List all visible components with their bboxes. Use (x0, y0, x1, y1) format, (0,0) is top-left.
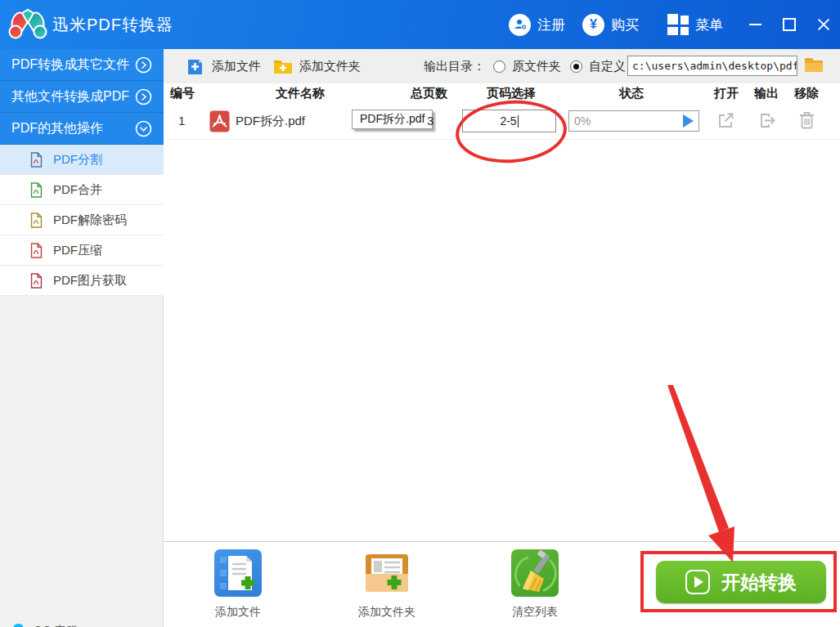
output-path-value: c:\users\admin\desktop\pdf转换 (632, 59, 797, 74)
register-user-icon (509, 14, 531, 36)
title-bar: 迅米PDF转换器 注册 ¥ 购买 菜单 (0, 0, 840, 49)
start-button-label: 开始转换 (721, 570, 797, 595)
add-folder-big-label[interactable]: 添加文件夹 (350, 605, 424, 620)
menu-label: 菜单 (695, 16, 723, 34)
toolbar: 添加文件 添加文件夹 输出目录： 原文件夹 自定义 c:\users\admin… (164, 49, 840, 83)
add-file-label: 添加文件 (212, 59, 261, 74)
row-filename: PDF拆分.pdf (236, 114, 305, 129)
sidebar-item-pdf-split[interactable]: PDF分割 (0, 145, 164, 175)
folder-icon (803, 55, 824, 74)
register-button[interactable]: 注册 (509, 0, 565, 49)
qq-service-row: QQ 客服： (10, 622, 89, 627)
output-arrow-icon (758, 111, 777, 130)
sidebar-item-pdf-extract-images[interactable]: PDF图片获取 (0, 266, 164, 296)
col-remove: 移除 (794, 86, 819, 101)
page-range-input[interactable]: 2-5 (462, 110, 556, 132)
clear-list-broom-icon (511, 549, 559, 597)
text-caret (518, 115, 519, 128)
sidebar-item-pdf-compress[interactable]: PDF压缩 (0, 235, 164, 266)
browse-folder-button[interactable] (803, 55, 824, 78)
category-label: PDF转换成其它文件 (11, 56, 129, 74)
row-total-pages: 3 (427, 114, 433, 128)
add-folder-icon (273, 57, 293, 75)
sidebar-category-pdf-to-other[interactable]: PDF转换成其它文件 (0, 49, 164, 81)
buy-button[interactable]: ¥ 购买 (582, 0, 639, 49)
col-filename: 文件名称 (276, 86, 325, 101)
file-table-row: 1 PDF拆分.pdf PDF拆分.pdf 3 2-5 0% (164, 105, 840, 140)
progress-text: 0% (574, 114, 683, 128)
add-file-big-label[interactable]: 添加文件 (201, 605, 275, 620)
pdf-doc-icon (29, 182, 43, 198)
register-label: 注册 (537, 16, 565, 34)
maximize-button[interactable] (777, 15, 802, 34)
pdf-file-icon (209, 110, 230, 132)
col-open: 打开 (714, 86, 739, 101)
sidebar-category-pdf-other-ops[interactable]: PDF的其他操作 (0, 113, 164, 145)
open-output-button[interactable] (758, 111, 777, 132)
remove-file-button[interactable] (798, 111, 815, 132)
filename-tooltip: PDF拆分.pdf (352, 110, 433, 129)
app-window: 迅米PDF转换器 注册 ¥ 购买 菜单 (0, 0, 840, 627)
sidebar-item-pdf-merge[interactable]: PDF合并 (0, 175, 164, 205)
progress-bar: 0% (568, 110, 699, 132)
pdf-doc-icon (29, 273, 43, 289)
add-folder-big-button[interactable] (363, 549, 411, 597)
app-logo-icon (8, 7, 47, 43)
chevron-right-circle-icon (135, 88, 152, 105)
radio-custom-label: 自定义 (589, 59, 626, 74)
close-button[interactable] (811, 15, 836, 34)
item-label: PDF图片获取 (53, 273, 127, 289)
category-label: PDF的其他操作 (11, 120, 103, 137)
add-file-icon (186, 57, 205, 76)
chevron-down-circle-icon (135, 120, 152, 137)
radio-checked-icon (570, 60, 582, 73)
add-file-big-button[interactable] (214, 549, 262, 597)
radio-custom-folder[interactable]: 自定义 (570, 49, 626, 83)
col-page-select: 页码选择 (487, 86, 536, 101)
yen-icon: ¥ (582, 14, 604, 36)
col-pages: 总页数 (411, 86, 447, 101)
app-title: 迅米PDF转换器 (52, 0, 173, 49)
add-file-big-icon (214, 549, 262, 597)
buy-label: 购买 (611, 16, 639, 34)
pdf-doc-icon (29, 213, 43, 228)
play-badge-icon (685, 570, 710, 594)
col-index: 编号 (170, 86, 195, 101)
menu-grid-icon (667, 14, 689, 35)
external-link-icon (716, 111, 735, 130)
sidebar-category-other-to-pdf[interactable]: 其他文件转换成PDF (0, 81, 164, 113)
page-range-value: 2-5 (500, 114, 516, 128)
minimize-button[interactable] (743, 15, 767, 34)
pdf-doc-icon (29, 152, 43, 168)
sidebar-item-pdf-remove-password[interactable]: PDF解除密码 (0, 205, 164, 235)
radio-original-label: 原文件夹 (512, 59, 561, 74)
output-path-input[interactable]: c:\users\admin\desktop\pdf转换 (627, 56, 797, 76)
bottom-divider (164, 541, 840, 542)
row-index: 1 (178, 114, 185, 128)
radio-unchecked-icon (493, 60, 505, 73)
output-dir-label: 输出目录： (424, 49, 485, 83)
item-label: PDF解除密码 (53, 213, 127, 228)
item-label: PDF分割 (53, 152, 102, 168)
menu-button[interactable]: 菜单 (667, 0, 723, 49)
add-folder-label: 添加文件夹 (299, 59, 361, 74)
col-output: 输出 (754, 86, 779, 101)
pdf-doc-icon (29, 243, 43, 258)
category-label: 其他文件转换成PDF (11, 88, 129, 105)
qq-icon (10, 622, 27, 627)
add-folder-big-icon (363, 549, 411, 597)
sidebar: PDF转换成其它文件 其他文件转换成PDF PDF的其他操作 PDF分割 (0, 49, 164, 627)
qq-label: QQ 客服： (34, 624, 89, 627)
clear-list-big-button[interactable] (511, 549, 559, 597)
open-file-button[interactable] (716, 111, 735, 132)
add-file-toolbar-button[interactable]: 添加文件 (186, 49, 261, 83)
radio-original-folder[interactable]: 原文件夹 (493, 49, 561, 83)
col-status: 状态 (619, 86, 644, 101)
chevron-right-circle-icon (135, 56, 152, 74)
add-folder-toolbar-button[interactable]: 添加文件夹 (273, 49, 361, 83)
play-icon[interactable] (683, 114, 694, 128)
file-table-header: 编号 文件名称 总页数 页码选择 状态 打开 输出 移除 (164, 83, 840, 105)
item-label: PDF合并 (53, 182, 102, 198)
start-convert-button[interactable]: 开始转换 (656, 561, 826, 603)
clear-list-big-label[interactable]: 清空列表 (498, 605, 572, 620)
